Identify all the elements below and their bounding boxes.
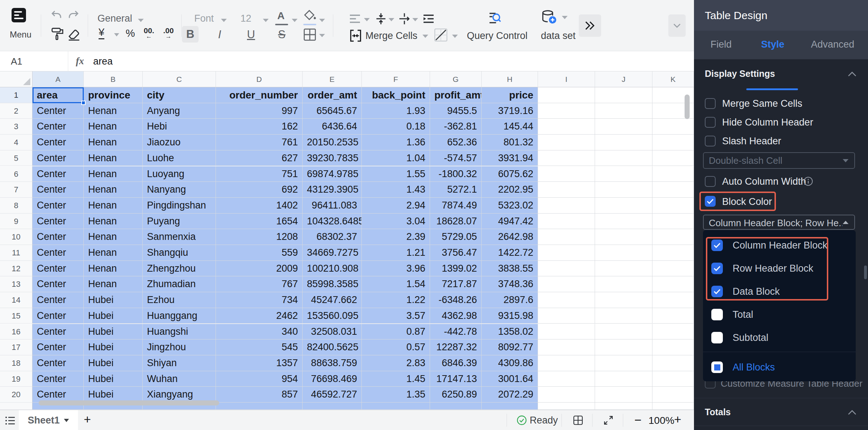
cell-K4[interactable]: [652, 135, 694, 150]
decrease-decimal-button[interactable]: 00. ←: [144, 27, 154, 39]
number-format-select[interactable]: General: [97, 13, 132, 24]
cell-D16[interactable]: 340: [216, 324, 303, 340]
cell-I14[interactable]: [538, 292, 595, 308]
cell-D1[interactable]: order_number: [216, 87, 303, 103]
collapse-toolbar-button[interactable]: [668, 14, 686, 37]
slash-header-checkbox[interactable]: [705, 136, 716, 146]
row-number-10[interactable]: 10: [0, 229, 32, 245]
info-icon[interactable]: [803, 176, 813, 186]
fullscreen-button[interactable]: [603, 415, 614, 426]
cell-A15[interactable]: Center: [32, 308, 84, 324]
cell-D2[interactable]: 997: [216, 103, 303, 119]
cell-C17[interactable]: Jingzhou: [143, 339, 216, 355]
cell-C14[interactable]: Ezhou: [143, 292, 216, 308]
block-option-subtotal[interactable]: Subtotal: [703, 326, 856, 349]
row-number-16[interactable]: 16: [0, 324, 32, 340]
query-control-button[interactable]: [487, 10, 503, 26]
formula-input[interactable]: area: [93, 51, 113, 71]
cell-H14[interactable]: 2897.6: [482, 292, 538, 308]
cell-H11[interactable]: 1422.72: [482, 245, 538, 261]
sheet-list-button[interactable]: [4, 416, 16, 425]
cell-F18[interactable]: 2.83: [362, 355, 430, 371]
collapse-totals-icon[interactable]: [847, 409, 857, 416]
cell-C6[interactable]: Luoyang: [143, 166, 216, 182]
cell-I13[interactable]: [538, 276, 595, 292]
block-option-column-header-block[interactable]: Column Header Block: [703, 234, 856, 257]
cell-G3[interactable]: -362.81: [430, 119, 482, 135]
cell-B15[interactable]: Hubei: [84, 308, 143, 324]
cell-F10[interactable]: 2.39: [362, 229, 430, 245]
currency-format-button[interactable]: ¥: [99, 27, 104, 39]
cell-E16[interactable]: 32508.031: [303, 324, 362, 340]
horizontal-align-button[interactable]: [349, 14, 361, 24]
cell-F12[interactable]: 3.96: [362, 261, 430, 277]
cell-I17[interactable]: [538, 339, 595, 355]
cell-I7[interactable]: [538, 182, 595, 198]
cell-H12[interactable]: 3838.55: [482, 261, 538, 277]
cell-K21[interactable]: [652, 403, 694, 410]
data-set-button[interactable]: [541, 9, 557, 26]
cell-I16[interactable]: [538, 324, 595, 340]
cell-A1[interactable]: area: [32, 87, 84, 103]
zoom-in-button[interactable]: +: [674, 412, 681, 426]
cell-E17[interactable]: 82400.5625: [303, 339, 362, 355]
add-sheet-button[interactable]: +: [84, 412, 91, 426]
cell-B13[interactable]: Henan: [84, 276, 143, 292]
cell-G1[interactable]: profit_amt: [430, 87, 482, 103]
cell-C13[interactable]: Zhumadian: [143, 276, 216, 292]
cell-I21[interactable]: [538, 403, 595, 410]
cell-D14[interactable]: 734: [216, 292, 303, 308]
text-wrap-caret-icon[interactable]: [412, 18, 418, 21]
cell-B6[interactable]: Henan: [84, 166, 143, 182]
cell-C5[interactable]: Luohe: [143, 150, 216, 166]
cell-F19[interactable]: 1.45: [362, 371, 430, 387]
cell-F3[interactable]: 0.18: [362, 119, 430, 135]
row-number-11[interactable]: 11: [0, 245, 32, 261]
cell-F5[interactable]: 1.04: [362, 150, 430, 166]
cell-G21[interactable]: [430, 403, 482, 410]
column-header-I[interactable]: I: [538, 71, 595, 87]
percent-format-button[interactable]: %: [126, 27, 135, 39]
cell-I1[interactable]: [538, 87, 595, 103]
undo-button[interactable]: [51, 10, 63, 21]
cell-H7[interactable]: 2202.95: [482, 182, 538, 198]
cell-A9[interactable]: Center: [32, 214, 84, 229]
row-number-1[interactable]: 1: [0, 87, 32, 103]
column-header-A[interactable]: A: [32, 71, 84, 87]
checkbox-checked-icon[interactable]: [711, 263, 723, 274]
cell-C10[interactable]: Sanmenxia: [143, 229, 216, 245]
cell-K19[interactable]: [652, 371, 694, 387]
cell-B9[interactable]: Henan: [84, 214, 143, 229]
cell-D8[interactable]: 1402: [216, 198, 303, 214]
cell-A6[interactable]: Center: [32, 166, 84, 182]
cell-C8[interactable]: Pingdingshan: [143, 198, 216, 214]
strikethrough-button[interactable]: S: [278, 28, 286, 41]
redo-button[interactable]: [67, 10, 79, 21]
cell-K15[interactable]: [652, 308, 694, 324]
indent-button[interactable]: [422, 14, 435, 24]
cell-F2[interactable]: 1.93: [362, 103, 430, 119]
cell-E4[interactable]: 20150.2535: [303, 135, 362, 150]
font-size-caret-icon[interactable]: [263, 19, 269, 22]
cell-I9[interactable]: [538, 214, 595, 229]
cell-I18[interactable]: [538, 355, 595, 371]
row-number-12[interactable]: 12: [0, 261, 32, 277]
cell-D3[interactable]: 162: [216, 119, 303, 135]
cell-H17[interactable]: 8092.77: [482, 339, 538, 355]
block-option-row-header-block[interactable]: Row Header Block: [703, 257, 856, 280]
cell-G15[interactable]: 4362.98: [430, 308, 482, 324]
cell-D7[interactable]: 692: [216, 182, 303, 198]
cell-H16[interactable]: 1358.02: [482, 324, 538, 340]
cell-D9[interactable]: 1654: [216, 214, 303, 229]
cell-D21[interactable]: [216, 403, 303, 410]
cell-I4[interactable]: [538, 135, 595, 150]
underline-button[interactable]: U: [247, 28, 255, 41]
cell-E14[interactable]: 45247.662: [303, 292, 362, 308]
cell-I3[interactable]: [538, 119, 595, 135]
cell-F14[interactable]: 1.22: [362, 292, 430, 308]
cell-K13[interactable]: [652, 276, 694, 292]
checkbox-checked-icon[interactable]: [711, 286, 723, 297]
column-header-D[interactable]: D: [216, 71, 303, 87]
cell-C11[interactable]: Shangqiu: [143, 245, 216, 261]
cell-E3[interactable]: 6436.64: [303, 119, 362, 135]
